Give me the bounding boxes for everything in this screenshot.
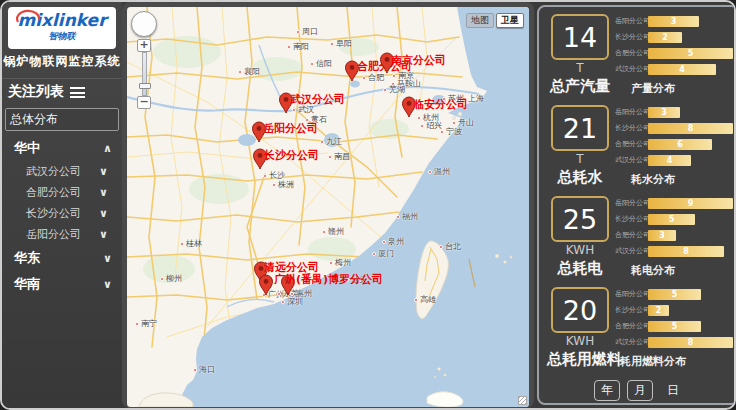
stat-unit: T — [547, 152, 613, 166]
bar-value: 3 — [661, 108, 667, 117]
sidebar-branch-item[interactable]: 合肥分公司 ∨ — [2, 182, 122, 203]
stat-value: 21 — [551, 105, 609, 151]
bar-value: 5 — [688, 49, 694, 58]
bar-label: 武汉分公司 — [615, 337, 648, 347]
bar-label: 岳阳分公司 — [615, 289, 648, 299]
time-button[interactable]: 月 — [627, 380, 653, 401]
zoom-slider-track[interactable] — [142, 52, 147, 96]
chevron-down-icon[interactable]: ∨ — [99, 228, 108, 241]
zoom-out-button[interactable]: − — [137, 96, 151, 109]
bar-label: 长沙分公司 — [615, 214, 648, 224]
bar-value: 3 — [659, 231, 665, 240]
map-marker-label[interactable]: 长沙分公司 — [264, 148, 319, 163]
bar-row: 合肥分公司 5 — [615, 318, 733, 334]
time-range-buttons: 年月日 — [547, 380, 733, 401]
pan-right-icon[interactable] — [147, 21, 153, 27]
map-view-button[interactable]: 地图 — [466, 13, 494, 28]
stat-chart: 岳阳分公司 5 长沙分公司 2 合肥分公司 5 武汉分公司 8 耗用燃料分布 — [613, 286, 733, 377]
map-marker-label[interactable]: 南京分公司 — [391, 53, 446, 68]
stat-block: 20 KWH 总耗用燃料 岳阳分公司 5 长沙分公司 2 合肥分公司 5 武汉分… — [547, 286, 733, 377]
sidebar-branch-item[interactable]: 岳阳分公司 ∨ — [2, 224, 122, 245]
stat-label: 总产汽量 — [547, 77, 613, 96]
bar-value: 5 — [669, 215, 675, 224]
sidebar-branch-item[interactable]: 长沙分公司 ∨ — [2, 203, 122, 224]
sidebar: mixlinker 智物联 锅炉物联网监控系统 关注列表 总体分布 华中 ∧ 武… — [2, 2, 122, 408]
bar-row: 合肥分公司 3 — [615, 227, 733, 243]
bar-row: 合肥分公司 6 — [615, 136, 733, 152]
bar: 5 — [648, 214, 695, 225]
boiler-monitor-app: mixlinker 智物联 锅炉物联网监控系统 关注列表 总体分布 华中 ∧ 武… — [0, 0, 736, 410]
sidebar-region-item[interactable]: 华南 ∨ — [2, 271, 122, 297]
bar: 3 — [648, 107, 680, 118]
stat-value: 20 — [551, 287, 609, 333]
sidebar-branch-item[interactable]: 武汉分公司 ∨ — [2, 161, 122, 182]
chart-title: 耗电分布 — [615, 263, 733, 278]
branch-label: 岳阳分公司 — [26, 227, 81, 242]
stats-panel: 14 T 总产汽量 岳阳分公司 3 长沙分公司 2 合肥分公司 5 武汉分公司 … — [537, 5, 736, 405]
bar-row: 岳阳分公司 9 — [615, 195, 733, 211]
stat-block: 25 KWH 总耗电 岳阳分公司 9 长沙分公司 5 合肥分公司 3 武汉分公司… — [547, 195, 733, 286]
map-marker[interactable] — [258, 274, 274, 296]
bar-label: 长沙分公司 — [615, 123, 648, 133]
map-marker-label[interactable]: 广州(番禺)博罗分公司 — [274, 272, 383, 287]
map-pan-control[interactable] — [131, 11, 157, 37]
stat-block: 21 T 总耗水 岳阳分公司 3 长沙分公司 8 合肥分公司 6 武汉分公司 4… — [547, 104, 733, 195]
map-type-switch: 地图 卫星 — [466, 13, 524, 28]
pan-left-icon[interactable] — [135, 21, 141, 27]
branch-label: 合肥分公司 — [26, 185, 81, 200]
bar-value: 3 — [671, 17, 677, 26]
bar-row: 合肥分公司 5 — [615, 45, 733, 61]
region-label: 华中 — [14, 139, 40, 157]
bar-label: 岳阳分公司 — [615, 16, 648, 26]
chevron-down-icon[interactable]: ∨ — [99, 186, 108, 199]
bar-value: 6 — [677, 140, 683, 149]
map-marker-label[interactable]: 临安分公司 — [413, 97, 468, 112]
sidebar-item-overall-distribution[interactable]: 总体分布 — [5, 108, 119, 131]
stat-unit: KWH — [547, 334, 613, 348]
map-pin-icon — [258, 274, 274, 296]
chevron-icon[interactable]: ∨ — [103, 278, 112, 291]
time-button[interactable]: 日 — [660, 381, 686, 400]
bar-row: 武汉分公司 8 — [615, 334, 733, 350]
logo-subtext: 智物联 — [8, 30, 116, 43]
sidebar-region-item[interactable]: 华中 ∧ — [2, 135, 122, 161]
list-icon[interactable] — [70, 87, 85, 98]
time-button[interactable]: 年 — [594, 380, 620, 401]
bar-label: 合肥分公司 — [615, 321, 648, 331]
bar-value: 2 — [656, 306, 662, 315]
satellite-view-button[interactable]: 卫星 — [496, 13, 524, 28]
bar-label: 长沙分公司 — [615, 305, 648, 315]
bar-row: 岳阳分公司 5 — [615, 286, 733, 302]
chevron-down-icon[interactable]: ∨ — [99, 165, 108, 178]
chevron-icon[interactable]: ∨ — [103, 252, 112, 265]
map-canvas[interactable]: 周口 南阳 信阳 阜阳 襄阳 武汉 黄石 九江 南昌 长沙 株洲 合肥 南京 马… — [127, 7, 529, 407]
stat-chart: 岳阳分公司 3 长沙分公司 2 合肥分公司 5 武汉分公司 4 产量分布 — [613, 13, 733, 104]
stat-unit: KWH — [547, 243, 613, 257]
logo-swoosh-icon — [15, 9, 41, 23]
bar-chart: 岳阳分公司 3 长沙分公司 8 合肥分公司 6 武汉分公司 4 — [615, 104, 733, 168]
stat-label: 总耗电 — [547, 259, 613, 278]
resize-grip[interactable] — [518, 396, 527, 405]
bar: 3 — [648, 16, 699, 27]
pan-down-icon[interactable] — [141, 27, 147, 33]
sidebar-region-item[interactable]: 华东 ∨ — [2, 245, 122, 271]
chevron-icon[interactable]: ∧ — [103, 142, 112, 155]
bar-row: 长沙分公司 5 — [615, 211, 733, 227]
zoom-in-button[interactable]: + — [137, 39, 151, 52]
bar-row: 岳阳分公司 3 — [615, 13, 733, 29]
bar: 8 — [648, 246, 724, 257]
bar-row: 岳阳分公司 3 — [615, 104, 733, 120]
branch-label: 武汉分公司 — [26, 164, 81, 179]
bar-value: 4 — [667, 156, 673, 165]
map-marker-label[interactable]: 武汉分公司 — [290, 92, 345, 107]
stat-label: 总耗用燃料 — [547, 350, 613, 369]
map-marker-label[interactable]: 岳阳分公司 — [263, 121, 318, 136]
bar-chart: 岳阳分公司 5 长沙分公司 2 合肥分公司 5 武汉分公司 8 — [615, 286, 733, 350]
stat-label: 总耗水 — [547, 168, 613, 187]
bar: 8 — [648, 337, 733, 348]
zoom-slider-handle[interactable] — [139, 83, 151, 89]
bar-label: 合肥分公司 — [615, 230, 648, 240]
region-tree: 华中 ∧ 武汉分公司 ∨ 合肥分公司 ∨ 长沙分公司 ∨ 岳阳分公司 ∨ 华东 … — [2, 133, 122, 299]
bar: 5 — [648, 289, 701, 300]
chevron-down-icon[interactable]: ∨ — [99, 207, 108, 220]
